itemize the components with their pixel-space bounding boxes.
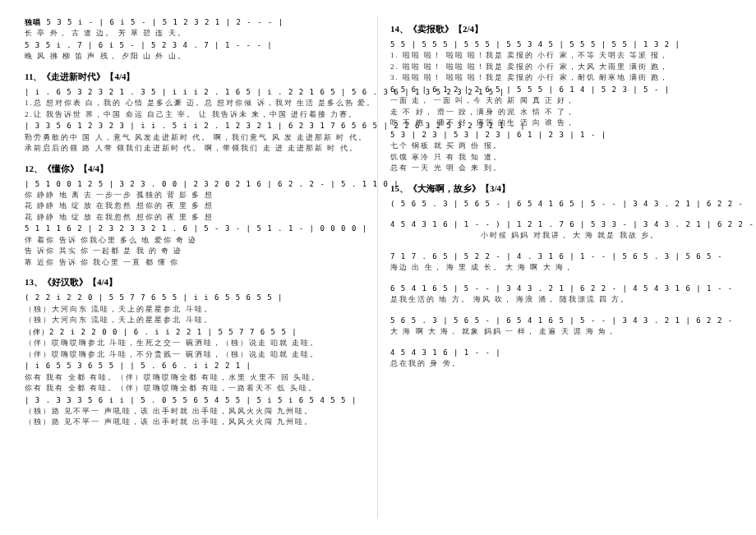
song-15-notation-2: 4 5 4 3 1 6 | 1 - - ) | 1 2 1 . 7 6 | 5 …: [390, 219, 731, 230]
song-15-lyric-3: 海边 出 生， 海 里 成 长。 大 海 啊 大 海，: [390, 262, 731, 274]
song-13-notation-2: （伴）2 2 i 2 2 0 0 | 6 . i i 2 2 1 | 5 5 7…: [25, 326, 365, 338]
song-14-notation-3: 5 3 | 2 3 | 5 3 | 2 3 | 6 1 | 2 3 | 1 - …: [390, 129, 731, 141]
song-13-title: 13、《好汉歌》【4/4】: [25, 276, 365, 288]
song-14-lyric-1b: 2. 啦啦 啦！ 啦啦 啦！我是 卖报的 小行 家，大风 大雨里 满街 跑，: [390, 62, 731, 73]
song-14-lyric-2c: 吃 不 饱， 睡不 好，痛苦 的生 活 向 谁 告，: [390, 118, 731, 129]
song-11-block: 11、《走进新时代》【4/4】 | i . 6 5 3 2 3 2 1 . 3 …: [25, 71, 365, 155]
song-15-lyric-4: 是我生活的 地 方。 海风 吹， 海浪 涌， 随我漂流 四 方。: [390, 294, 731, 306]
song-13-lyric-4b: （独）路 见不平一 声吼哇，该 出手时就 出手哇，风风火火闯 九州哇。: [25, 417, 365, 428]
song-15-notation-5: 5 6 5 . 3 | 5 6 5 - | 6 5 4 1 6 5 | 5 - …: [390, 315, 731, 326]
song-12-block: 12、《懂你》【4/4】 | 5 1 0 0 1 2 5 | 3 2 3 . 0…: [25, 163, 365, 269]
song-11-notation-2: | 3 3 5 6 1 2 3 2 3 | i i . 5 i i 2 . 1 …: [25, 120, 365, 131]
song-11-lyric-2b: 承前启后的领 路 人带 领我们走进新时 代。 啊，带领我们 走 进 走进那新 时…: [25, 143, 365, 155]
song-11-lyric-1b: 2.让 我告诉世 界，中国 命运 自己主 宰。 让 我告诉未 来，中国 进行着接…: [25, 109, 365, 121]
intro-block: 独唱 5 3 5 i - | 6 i 5 - | 5 1 2 3 2 1 | 2…: [25, 16, 365, 62]
song-13-block: 13、《好汉歌》【4/4】 ( 2 2 i 2 2 0 | 5 5 7 7 6 …: [25, 276, 365, 428]
song-12-lyric-1a: 你 静静 地 离 去 一步一步 孤独的 背 影 多 想: [25, 190, 365, 201]
song-13-notation-1: ( 2 2 i 2 2 0 | 5 5 7 7 6 5 5 | i i 6 5 …: [25, 292, 365, 303]
song-15-lyric-6: 总在我的 身 旁。: [390, 358, 731, 370]
song-15-notation-1: ( 5 6 5 . 3 | 5 6 5 - | 6 5 4 1 6 5 | 5 …: [390, 198, 731, 210]
song-12-lyric-2c: 靠 近你 告诉 你 我心里 一直 都 懂 你: [25, 257, 365, 269]
song-12-lyric-2b: 告 诉你 其实 你 一起都 是 我 的 奇 迹: [25, 246, 365, 257]
song-15-lyric-5: 大 海 啊 大 海， 就象 妈妈 一 样， 走遍 天 涯 海 角，: [390, 326, 731, 338]
song-13-notation-4: | 3 . 3 3 3 5 6 i i | 5 . 0 5 5 6 5 4 5 …: [25, 394, 365, 406]
song-13-lyric-2a: （伴）哎嗨哎嗨参北 斗哇，生死之交一 碗酒哇，（独）说走 咱就 走哇。: [25, 338, 365, 349]
intro-label: 独唱: [25, 18, 41, 26]
song-14-block: 14、《卖报歌》【2/4】 5 5 | 5 5 5 | 5 5 5 | 5 5 …: [390, 23, 731, 174]
song-11-notation-1: | i . 6 5 3 2 3 2 1 . 3 5 | i i i 2 . 1 …: [25, 86, 365, 98]
song-15-lyric-2: 小时候 妈妈 对我讲， 大 海 就是 我故 乡。: [390, 230, 731, 242]
song-13-lyric-1b: （独）大河向东 流哇，天上的星星参北 斗哇。: [25, 315, 365, 326]
song-15-notation-6: 4 5 4 3 1 6 | 1 - - |: [390, 347, 731, 358]
song-14-title: 14、《卖报歌》【2/4】: [390, 23, 731, 35]
song-12-title: 12、《懂你》【4/4】: [25, 163, 365, 175]
song-14-lyric-2a: 一面 走， 一面 叫，今 天的 新 闻 真 正 好，: [390, 95, 731, 107]
intro-notation-2: 5 3 5 i . 7 | 6 i 5 - | 5 2 3 4 . 7 | 1 …: [25, 39, 365, 51]
song-15-notation-3: 7 1 7 . 6 5 | 5 2 2 - | 4 . 3 1 6 | 1 - …: [390, 251, 731, 262]
song-11-lyric-2a: 勤劳勇敢的中 国 人，意气 风发走进新时 代。 啊，我们意气 风 发 走进那新 …: [25, 132, 365, 144]
song-12-lyric-1b: 花 静静 地 绽 放 在我忽然 想你的 夜 里 多 想: [25, 201, 365, 212]
song-12-notation-2: 5 1 1 1 6 2 | 2 3 2 3 3 2 1 . 6 | 5 - 3 …: [25, 223, 365, 234]
song-14-lyric-3a: 七个 铜板 就 买 两 份 报。: [390, 141, 731, 152]
intro-lyric-2: 晚 风 拂 柳 笛 声 残， 夕阳 山 外 山。: [25, 51, 365, 62]
song-13-notation-3: | i 6 5 5 3 6 5 5 | | 5 . 6 6 . i i 2 2 …: [25, 360, 365, 371]
song-14-lyric-2b: 走 不 好， 滑一 跤，满身 的泥 水 惜 不 了，: [390, 107, 731, 118]
intro-notation-1: 5 3 5 i - | 6 i 5 - | 5 1 2 3 2 1 | 2 - …: [46, 18, 284, 26]
song-12-lyric-2a: 伴 着你 告诉 你我心里 多么 地 爱你 奇 迹: [25, 235, 365, 247]
song-15-notation-4: 6 5 4 1 6 5 | 5 - - | 3 4 3 . 2 1 | 6 2 …: [390, 283, 731, 294]
song-13-lyric-3a: 你有 我有 全都 有哇。（伴）哎嗨哎嗨全都 有哇，水里 火里不 回 头哇。: [25, 372, 365, 384]
song-13-lyric-2b: （伴）哎嗨哎嗨参北 斗哇，不分贵贱一 碗酒哇，（独）说走 咱就 走哇。: [25, 349, 365, 361]
left-page: 独唱 5 3 5 i - | 6 i 5 - | 5 1 2 3 2 1 | 2…: [12, 16, 378, 519]
song-14-lyric-3c: 总有 一天 光 明 会 来 到。: [390, 163, 731, 174]
song-14-lyric-1c: 3. 啦啦 啦！ 啦啦 啦！我是 卖报的 小行 家，耐饥 耐寒地 满街 跑，: [390, 72, 731, 84]
song-14-notation-1: 5 5 | 5 5 5 | 5 5 5 | 5 5 3 4 5 | 5 5 5 …: [390, 39, 731, 50]
song-13-lyric-4a: （独）路 见不平一 声吼哇，该 出手时就 出手哇，风风火火闯 九州哇。: [25, 406, 365, 417]
song-14-lyric-3b: 饥饿 寒冷 只 有 我 知 道。: [390, 152, 731, 164]
song-14-notation-2: 6 5 6 | 6 1 2 | 2 6 5 | 5 5 5 | 6 1 4 | …: [390, 84, 731, 95]
song-14-lyric-1a: 1. 啦啦 啦！ 啦啦 啦！我是 卖报的 小行 家，不等 天明去 等派 报，: [390, 50, 731, 62]
song-11-title: 11、《走进新时代》【4/4】: [25, 71, 365, 83]
song-15-title: 15、《大海啊，故乡》【3/4】: [390, 182, 731, 195]
song-12-notation-1: | 5 1 0 0 1 2 5 | 3 2 3 . 0 0 | 2 3 2 0 …: [25, 178, 365, 190]
song-15-block: 15、《大海啊，故乡》【3/4】 ( 5 6 5 . 3 | 5 6 5 - |…: [390, 182, 731, 370]
intro-lyric-1: 长 亭 外， 古 道 边。 芳 草 碧 连 天。: [25, 28, 365, 39]
song-12-lyric-1c: 花 静静 地 绽 放 在我忽然 想你的 夜 里 多 想: [25, 212, 365, 224]
right-page: 14、《卖报歌》【2/4】 5 5 | 5 5 5 | 5 5 5 | 5 5 …: [378, 16, 744, 519]
song-13-lyric-3b: 你有 我有 全都 有哇。（伴）哎嗨哎嗨全都 有哇，一路看天不 低 头哇。: [25, 383, 365, 394]
song-11-lyric-1a: 1.总 想对你表 白，我的 心情 是多么豪 迈。总 想对你倾 诉，我对 生活 是…: [25, 98, 365, 109]
song-13-lyric-1a: （独）大河向东 流哇，天上的星星参北 斗哇。: [25, 304, 365, 316]
